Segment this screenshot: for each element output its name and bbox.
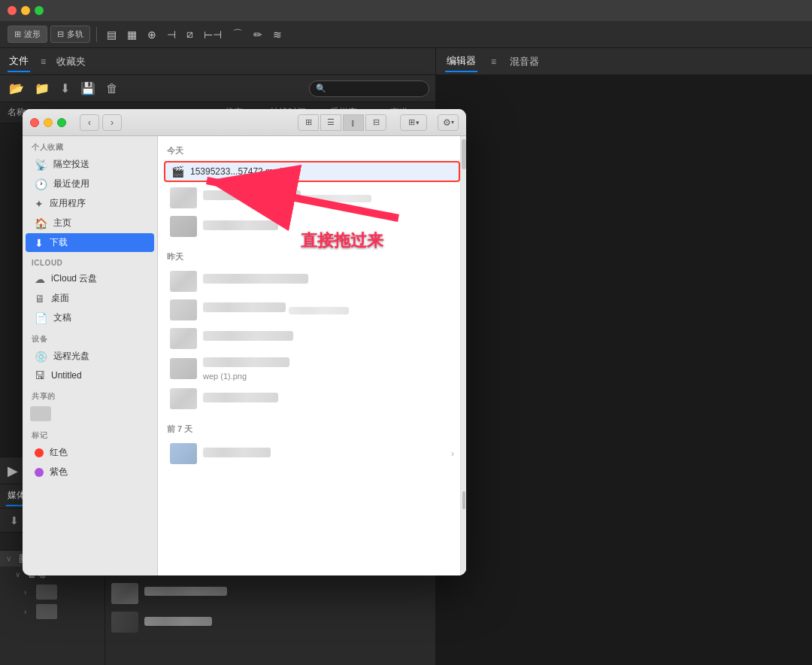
file-name-blur-2: [144, 587, 429, 601]
red-tag-icon: [35, 448, 44, 457]
media-file-row-2[interactable]: [105, 579, 435, 608]
sidebar-remote-disc[interactable]: 💿 远程光盘: [26, 347, 154, 366]
tool-fade[interactable]: ⧄: [183, 26, 197, 42]
finder-group-btn[interactable]: ⊞▾: [400, 114, 427, 131]
favorites-section-title: 个人收藏: [23, 136, 157, 154]
finder-view-column-btn[interactable]: ⫿: [343, 114, 364, 131]
yesterday-file-2[interactable]: [164, 296, 460, 324]
finder-gear-btn[interactable]: ⚙▾: [438, 114, 459, 131]
finder-view-list-btn[interactable]: ☰: [320, 114, 341, 131]
search-icon: 🔍: [316, 84, 326, 93]
yesterday-file-1[interactable]: [164, 267, 460, 296]
yesterday-file-png[interactable]: wep (1).png: [164, 353, 460, 384]
volume-down-btn[interactable]: ⬇: [6, 513, 23, 528]
tool-magic[interactable]: ≋: [269, 27, 286, 42]
file-panel-header: 文件 ≡ 收藏夹: [0, 48, 435, 75]
today-thumb-2: [170, 187, 197, 208]
mixer-tab[interactable]: 混音器: [508, 52, 541, 71]
waveform-icon: ⊞: [14, 29, 21, 39]
tree-item-sub2[interactable]: ›: [0, 602, 105, 621]
editor-tab[interactable]: 编辑器: [445, 51, 477, 72]
sidebar-downloads[interactable]: ⬇ 下载: [26, 233, 154, 252]
finder-sidebar: 个人收藏 📡 隔空投送 🕐 最近使用 ✦ 应用程序 🏠 主页 ⬇ 下载 iClo: [23, 136, 158, 575]
right-panel: 编辑器 ≡ 混音器: [436, 48, 812, 665]
finder-title-bar: ‹ › ⊞ ☰ ⫿ ⊟ ⊞▾ ⚙▾: [23, 109, 466, 136]
sidebar-home[interactable]: 🏠 主页: [26, 214, 154, 232]
purple-tag-icon: [35, 468, 44, 477]
sidebar-applications[interactable]: ✦ 应用程序: [26, 194, 154, 213]
close-button[interactable]: [8, 6, 17, 15]
sidebar-untitled[interactable]: 🖫 Untitled: [26, 366, 154, 384]
file-thumb-2: [111, 583, 138, 604]
sidebar-tag-red[interactable]: 红色: [26, 443, 154, 462]
maximize-button[interactable]: [35, 6, 44, 15]
tool-slice[interactable]: ⊣: [163, 27, 180, 42]
finder-view-gallery-btn[interactable]: ⊟: [365, 114, 386, 131]
new-file-btn[interactable]: 📂: [6, 80, 27, 97]
tool-move[interactable]: ⊕: [144, 27, 160, 42]
tool-spectrogram[interactable]: ▤: [103, 27, 120, 42]
tool-brush[interactable]: ✏: [250, 27, 266, 42]
delete-btn[interactable]: 🗑: [103, 80, 121, 97]
icloud-section-title: iCloud: [23, 253, 157, 269]
sidebar-desktop[interactable]: 🖥 桌面: [26, 289, 154, 308]
file-tab[interactable]: 文件: [8, 51, 30, 72]
sidebar-icloud-drive[interactable]: ☁ iCloud 云盘: [26, 269, 154, 288]
yesterday-label: 昨天: [164, 248, 460, 267]
finder-close-btn[interactable]: [30, 118, 39, 127]
mp4-icon: 🎬: [171, 165, 184, 178]
file-menu-icon[interactable]: ≡: [41, 56, 46, 67]
sidebar-tag-purple[interactable]: 紫色: [26, 463, 154, 481]
yes-thumb-3: [170, 328, 197, 349]
save-btn[interactable]: 💾: [77, 80, 98, 97]
sidebar-recent[interactable]: 🕐 最近使用: [26, 175, 154, 193]
file-ext-label: wep (1).png: [203, 372, 289, 381]
finder-view-icon-btn[interactable]: ⊞: [298, 114, 319, 131]
highlighted-file-name: 15395233...57472.mp4: [190, 166, 283, 177]
tool-trim[interactable]: ⊢⊣: [200, 27, 226, 42]
close-btn[interactable]: ⬇: [57, 80, 73, 97]
yes-thumb-5: [170, 388, 197, 409]
finder-window: ‹ › ⊞ ☰ ⫿ ⊟ ⊞▾ ⚙▾ 个人收藏 📡 隔空投送 🕐 最近使用: [23, 109, 466, 575]
tool-select[interactable]: ▦: [123, 27, 141, 42]
tool-lasso[interactable]: ⌒: [229, 26, 247, 43]
favorites-tab[interactable]: 收藏夹: [55, 52, 87, 71]
week-label: 前 7 天: [164, 421, 460, 439]
finder-forward-btn[interactable]: ›: [102, 114, 122, 131]
yes-name-3: [203, 331, 293, 346]
yesterday-file-5[interactable]: [164, 384, 460, 413]
finder-minimize-btn[interactable]: [44, 118, 53, 127]
airdrop-icon: 📡: [35, 159, 47, 171]
sidebar-documents[interactable]: 📄 文稿: [26, 308, 154, 327]
week-file-1[interactable]: ›: [164, 439, 460, 468]
main-toolbar: ⊞ 波形 ⊟ 多轨 ▤ ▦ ⊕ ⊣ ⧄ ⊢⊣ ⌒ ✏ ≋: [0, 21, 812, 48]
editor-menu-icon[interactable]: ≡: [491, 56, 496, 67]
highlighted-file-item[interactable]: 🎬 15395233...57472.mp4: [164, 161, 460, 182]
column-resize-handle[interactable]: [459, 425, 466, 575]
multitrack-btn[interactable]: ⊟ 多轨: [50, 26, 90, 43]
media-file-row-3[interactable]: [105, 608, 435, 636]
week-arrow: ›: [451, 448, 454, 459]
yesterday-file-3[interactable]: [164, 324, 460, 353]
today-file-2[interactable]: [164, 184, 460, 212]
shared-thumb: [30, 406, 51, 421]
play-btn[interactable]: ▶: [8, 463, 18, 479]
sidebar-airdrop[interactable]: 📡 隔空投送: [26, 155, 154, 174]
minimize-button[interactable]: [21, 6, 30, 15]
file-toolbar: 📂 📁 ⬇ 💾 🗑 🔍: [0, 75, 435, 102]
desktop-icon: 🖥: [35, 293, 45, 305]
waveform-btn[interactable]: ⊞ 波形: [8, 26, 47, 43]
disc-icon: 💿: [35, 351, 47, 363]
finder-maximize-btn[interactable]: [57, 118, 66, 127]
recent-icon: 🕐: [35, 178, 47, 190]
finder-back-btn[interactable]: ‹: [80, 114, 99, 131]
yes-thumb-2: [170, 299, 197, 320]
week-thumb-1: [170, 443, 197, 464]
tree-item-sub1[interactable]: ›: [0, 582, 105, 602]
file-thumb-3: [111, 612, 138, 633]
search-input[interactable]: [329, 84, 423, 93]
today-file-3[interactable]: [164, 212, 460, 241]
chevron-icon: ∨: [6, 554, 15, 563]
finder-nav: ‹ ›: [80, 114, 122, 131]
open-btn[interactable]: 📁: [32, 80, 53, 97]
